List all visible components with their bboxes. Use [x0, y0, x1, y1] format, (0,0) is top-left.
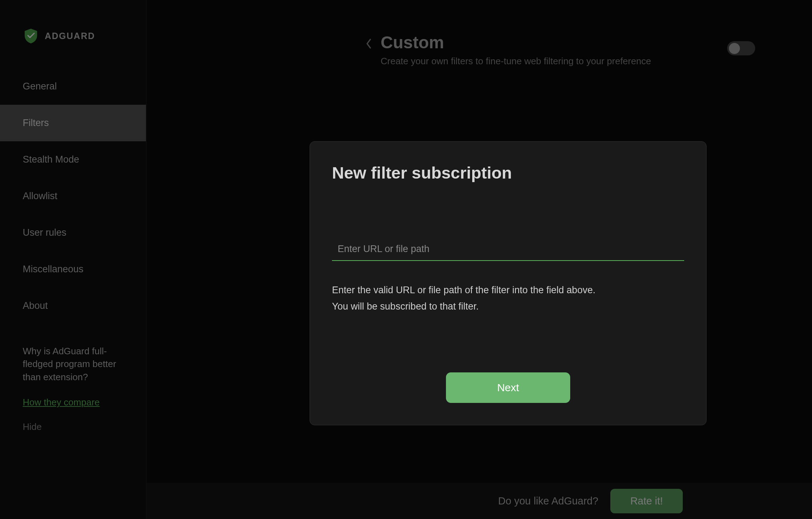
- filter-url-input[interactable]: [332, 239, 684, 261]
- modal-help-text: Enter the valid URL or file path of the …: [332, 282, 684, 315]
- modal-title: New filter subscription: [332, 163, 684, 182]
- new-filter-modal: New filter subscription Enter the valid …: [310, 141, 707, 425]
- modal-help-line-1: Enter the valid URL or file path of the …: [332, 282, 684, 299]
- modal-help-line-2: You will be subscribed to that filter.: [332, 299, 684, 315]
- next-button[interactable]: Next: [446, 372, 570, 403]
